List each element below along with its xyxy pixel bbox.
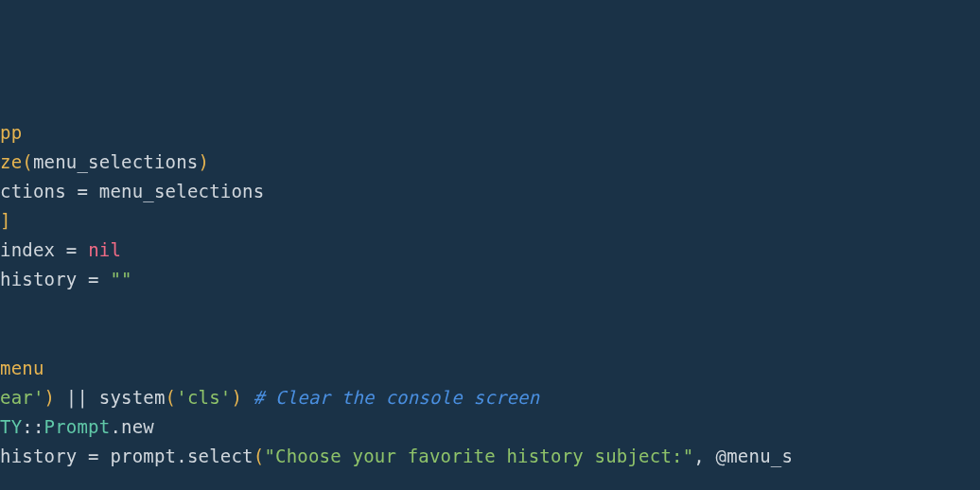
code-token: new <box>121 416 154 437</box>
code-token: menu <box>0 358 44 378</box>
code-token: . <box>176 446 187 466</box>
code-token: TY <box>0 416 22 437</box>
code-token: ( <box>254 446 265 466</box>
code-token: "" <box>110 269 131 289</box>
code-token: ) <box>44 387 56 408</box>
code-token: Prompt <box>44 416 111 437</box>
code-token: "Choose your favorite history subject:" <box>264 446 693 466</box>
code-token <box>242 387 254 408</box>
code-token: index <box>0 239 55 260</box>
code-token: :: <box>22 416 44 437</box>
code-line: ear') || system('cls') # Clear the conso… <box>0 383 980 412</box>
code-token: select <box>187 446 254 466</box>
code-token: history <box>0 446 77 466</box>
code-token: . <box>110 416 121 437</box>
code-line <box>0 295 980 324</box>
code-token: system <box>99 387 166 408</box>
code-token: menu_selections <box>99 181 265 201</box>
code-token: menu_selections <box>33 151 199 172</box>
code-token: ( <box>166 387 177 408</box>
code-line: pp <box>0 118 980 148</box>
code-token: 'cls' <box>176 387 231 408</box>
code-token: history <box>0 269 77 289</box>
code-editor[interactable]: ppze(menu_selections)ctions = menu_selec… <box>0 118 980 472</box>
code-token: ear' <box>0 387 44 408</box>
code-line: history = "" <box>0 265 980 294</box>
code-token: || <box>55 387 99 408</box>
code-line: ze(menu_selections) <box>0 148 980 177</box>
code-line: history = prompt.select("Choose your fav… <box>0 442 980 471</box>
code-token: @menu_s <box>716 446 793 466</box>
code-line <box>0 324 980 354</box>
code-line: TY::Prompt.new <box>0 412 980 442</box>
code-token: # Clear the console screen <box>254 387 540 408</box>
code-token: ) <box>199 151 210 172</box>
code-token: = <box>77 269 110 289</box>
code-token: ctions <box>0 181 66 201</box>
code-token: nil <box>88 239 121 260</box>
code-line: ctions = menu_selections <box>0 177 980 206</box>
code-token: = <box>66 181 99 201</box>
code-token: ] <box>0 210 11 231</box>
code-token: = <box>77 446 110 466</box>
code-line: index = nil <box>0 236 980 265</box>
code-token: prompt <box>110 446 176 466</box>
code-token: ze <box>0 151 22 172</box>
code-token: pp <box>0 122 22 143</box>
code-line: menu <box>0 354 980 383</box>
code-token: , <box>693 446 715 466</box>
code-token: ( <box>22 151 33 172</box>
code-token: ) <box>231 387 242 408</box>
code-line: ] <box>0 206 980 236</box>
code-token: = <box>55 239 88 260</box>
